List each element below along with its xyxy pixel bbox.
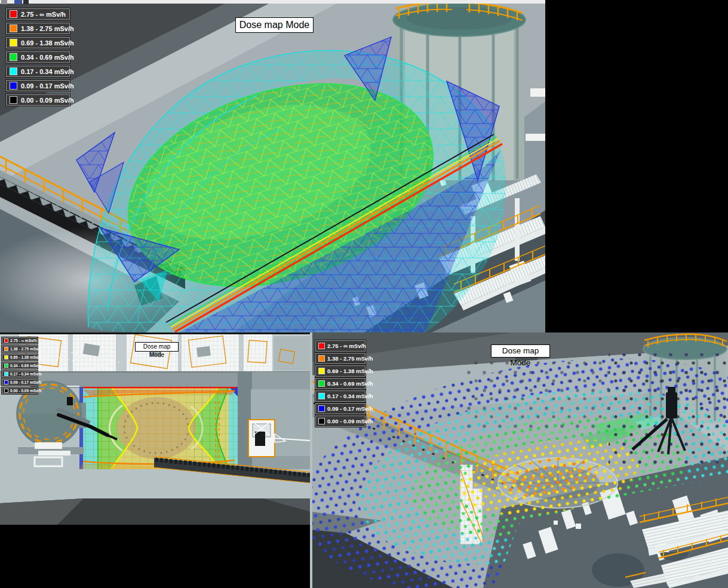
scene-isosurface-3d: [0, 0, 545, 333]
legend-entry: 2.75 - ∞ mSv/h: [2, 337, 38, 344]
view-title: Dose map Mode: [135, 342, 179, 352]
dose-legend: 2.75 - ∞ mSv/h 1.38 - 2.75 mSv/h 0.69 - …: [2, 337, 38, 396]
legend-label: 0.17 - 0.34 mSv/h: [21, 68, 74, 75]
legend-label: 0.09 - 0.17 mSv/h: [21, 82, 74, 90]
legend-swatch: [4, 372, 8, 376]
legend-label: 0.00 - 0.09 mSv/h: [10, 389, 41, 393]
legend-swatch: [318, 418, 325, 424]
legend-entry: 0.34 - 0.69 mSv/h: [2, 362, 38, 369]
view-title: Dose map Mode: [491, 344, 550, 358]
legend-swatch: [10, 53, 17, 61]
legend-entry: 0.00 - 0.09 mSv/h: [315, 415, 365, 427]
dose-mapping-workspace: 2.75 - ∞ mSv/h 1.38 - 2.75 mSv/h 0.69 - …: [0, 0, 728, 588]
scene-dose-map-plan: [0, 333, 310, 588]
legend-entry: 0.17 - 0.34 mSv/h: [2, 371, 38, 377]
legend-label: 0.34 - 0.69 mSv/h: [21, 54, 74, 61]
legend-swatch: [4, 389, 8, 393]
legend-entry: 0.34 - 0.69 mSv/h: [315, 378, 365, 389]
legend-swatch: [318, 380, 325, 387]
view-title: Dose map Mode: [235, 17, 314, 33]
legend-label: 0.17 - 0.34 mSv/h: [327, 393, 373, 399]
legend-swatch: [4, 347, 8, 351]
legend-label: 0.34 - 0.69 mSv/h: [10, 364, 41, 368]
legend-entry: 2.75 - ∞ mSv/h: [6, 8, 70, 20]
legend-entry: 0.09 - 0.17 mSv/h: [6, 80, 70, 91]
legend-label: 0.09 - 0.17 mSv/h: [10, 380, 41, 384]
legend-label: 2.75 - ∞ mSv/h: [327, 343, 366, 349]
legend-swatch: [318, 393, 325, 399]
legend-entry: 1.38 - 2.75 mSv/h: [315, 353, 365, 364]
legend-entry: 0.69 - 1.38 mSv/h: [6, 37, 70, 48]
legend-label: 0.17 - 0.34 mSv/h: [10, 372, 41, 376]
legend-swatch: [318, 405, 325, 412]
legend-label: 0.69 - 1.38 mSv/h: [21, 39, 74, 47]
legend-entry: 0.09 - 0.17 mSv/h: [2, 379, 38, 386]
legend-swatch: [4, 380, 8, 384]
dose-legend: 2.75 - ∞ mSv/h 1.38 - 2.75 mSv/h 0.69 - …: [315, 340, 365, 428]
legend-entry: 2.75 - ∞ mSv/h: [315, 340, 365, 352]
legend-entry: 0.00 - 0.09 mSv/h: [6, 94, 70, 106]
legend-entry: 0.17 - 0.34 mSv/h: [315, 390, 365, 402]
legend-swatch: [318, 368, 325, 374]
legend-label: 2.75 - ∞ mSv/h: [21, 11, 66, 18]
viewport-3d-perspective[interactable]: 2.75 - ∞ mSv/h 1.38 - 2.75 mSv/h 0.69 - …: [0, 0, 545, 333]
legend-entry: 0.69 - 1.38 mSv/h: [315, 365, 365, 377]
legend-swatch: [4, 338, 8, 343]
legend-swatch: [10, 39, 17, 47]
legend-swatch: [318, 355, 325, 362]
viewport-plan-view[interactable]: 2.75 - ∞ mSv/h 1.38 - 2.75 mSv/h 0.69 - …: [0, 333, 310, 588]
viewport-point-cloud[interactable]: 2.75 - ∞ mSv/h 1.38 - 2.75 mSv/h 0.69 - …: [310, 333, 728, 588]
legend-label: 1.38 - 2.75 mSv/h: [21, 25, 74, 32]
legend-entry: 0.00 - 0.09 mSv/h: [2, 387, 38, 394]
legend-label: 0.00 - 0.09 mSv/h: [327, 418, 373, 424]
legend-entry: 0.17 - 0.34 mSv/h: [6, 66, 70, 77]
legend-label: 0.69 - 1.38 mSv/h: [10, 355, 41, 359]
legend-swatch: [10, 24, 17, 32]
legend-swatch: [10, 82, 17, 90]
legend-entry: 0.34 - 0.69 mSv/h: [6, 51, 70, 63]
legend-label: 2.75 - ∞ mSv/h: [10, 338, 36, 343]
legend-label: 1.38 - 2.75 mSv/h: [10, 347, 41, 351]
legend-swatch: [10, 67, 17, 75]
legend-entry: 1.38 - 2.75 mSv/h: [2, 346, 38, 352]
dose-legend: 2.75 - ∞ mSv/h 1.38 - 2.75 mSv/h 0.69 - …: [6, 8, 70, 109]
legend-label: 0.09 - 0.17 mSv/h: [327, 405, 373, 412]
legend-swatch: [4, 355, 8, 359]
window-chrome-fragment: [0, 0, 545, 4]
legend-label: 0.34 - 0.69 mSv/h: [327, 380, 373, 387]
legend-label: 0.69 - 1.38 mSv/h: [327, 368, 373, 374]
legend-swatch: [318, 343, 325, 349]
legend-swatch: [4, 364, 8, 368]
plan-floor-bottom: [0, 498, 310, 588]
legend-swatch: [10, 96, 17, 104]
legend-swatch: [10, 10, 17, 18]
legend-entry: 0.69 - 1.38 mSv/h: [2, 354, 38, 361]
legend-label: 1.38 - 2.75 mSv/h: [327, 355, 373, 362]
legend-entry: 1.38 - 2.75 mSv/h: [6, 23, 70, 34]
legend-label: 0.00 - 0.09 mSv/h: [21, 97, 74, 104]
legend-entry: 0.09 - 0.17 mSv/h: [315, 403, 365, 414]
